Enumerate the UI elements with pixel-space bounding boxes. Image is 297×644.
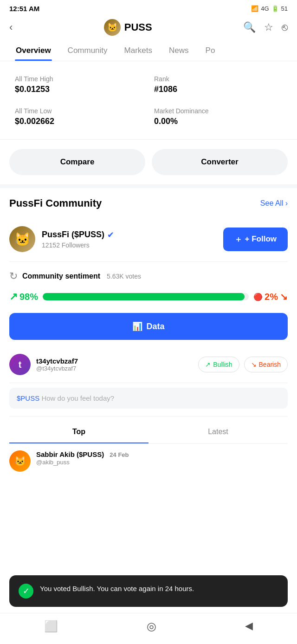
sentiment-votes: 5.63K votes [107, 273, 141, 280]
coin-icon: 🐱 [104, 19, 121, 36]
community-section: PussFi Community See All › 🐱 PussFi ($PU… [0, 188, 297, 481]
post-user-info: Sabbir Akib ($PUSS) 24 Feb @akib_puss [36, 450, 288, 466]
rank-value: #1086 [154, 85, 282, 94]
battery-level: 51 [281, 5, 288, 12]
atl-label: All Time Low [15, 107, 143, 115]
post-user-name: Sabbir Akib ($PUSS) 24 Feb [36, 450, 129, 458]
md-value: 0.00% [154, 117, 282, 126]
nav-square-button[interactable]: ⬜ [44, 620, 58, 633]
sentiment-bar-fill [43, 293, 245, 300]
star-icon[interactable]: ☆ [264, 21, 273, 33]
status-time: 12:51 AM [9, 5, 39, 13]
username: t34ytcvbzaf7 [36, 357, 193, 365]
toast-notification: ✓ You voted Bullish. You can vote again … [9, 575, 288, 607]
ath-value: $0.01253 [15, 85, 143, 94]
post-placeholder: How do you feel today? [41, 394, 114, 402]
user-post-row: t t34ytcvbzaf7 @t34ytcvbzaf7 ↗ Bullish ↘… [9, 349, 288, 383]
plus-icon: ＋ [234, 234, 242, 245]
community-name: PussFi ($PUSS) [42, 230, 104, 240]
community-name-row: PussFi ($PUSS) ✔ [42, 230, 114, 240]
tab-overview[interactable]: Overview [7, 40, 59, 61]
stat-rank: Rank #1086 [148, 71, 288, 103]
app-header: ‹ 🐱 PUSS 🔍 ☆ ⎋ [0, 15, 297, 40]
converter-button[interactable]: Converter [152, 149, 288, 175]
battery-icon: 🔋 [271, 5, 279, 12]
sentiment-bar-row: ↗ 98% 🔴 2% ↘ [9, 288, 288, 309]
post-input-field[interactable]: $PUSS How do you feel today? [9, 388, 288, 409]
tab-latest[interactable]: Latest [148, 421, 288, 443]
sentiment-icon: ↻ [9, 270, 18, 282]
post-user-handle: @akib_puss [36, 459, 288, 466]
user-handle: @t34ytcvbzaf7 [36, 365, 193, 372]
vote-buttons: ↗ Bullish ↘ Bearish [198, 357, 288, 372]
user-avatar: t [9, 354, 31, 375]
tab-portfolio[interactable]: Po [197, 40, 224, 61]
bull-vote-icon: ↗ [205, 361, 211, 368]
post-user-avatar: 🐱 [9, 450, 31, 472]
verified-badge-icon: ✔ [107, 230, 114, 240]
header-center: 🐱 PUSS [104, 19, 152, 36]
section-title: PussFi Community [9, 197, 102, 209]
post-tabs: Top Latest [9, 421, 288, 444]
tab-community[interactable]: Community [59, 40, 116, 61]
see-all-button[interactable]: See All › [260, 199, 288, 208]
nav-back-button[interactable]: ◀ [245, 620, 253, 633]
bear-percent: 🔴 2% ↘ [253, 291, 288, 302]
bull-arrow-icon: ↗ [9, 291, 18, 303]
atl-value: $0.002662 [15, 117, 143, 126]
follow-button[interactable]: ＋ + Follow [223, 228, 288, 251]
stat-all-time-high: All Time High $0.01253 [9, 71, 148, 103]
back-arrow-icon[interactable]: ‹ [9, 21, 13, 33]
user-info: t34ytcvbzaf7 @t34ytcvbzaf7 [36, 357, 193, 372]
post-preview: 🐱 Sabbir Akib ($PUSS) 24 Feb @akib_puss [9, 444, 288, 476]
search-icon[interactable]: 🔍 [243, 21, 256, 33]
coin-name: PUSS [124, 21, 152, 33]
header-right: 🔍 ☆ ⎋ [243, 21, 288, 33]
stats-grid: All Time High $0.01253 Rank #1086 All Ti… [0, 61, 297, 140]
bottom-nav: ⬜ ◎ ◀ [0, 613, 297, 644]
chevron-right-icon: › [285, 199, 288, 208]
data-button[interactable]: 📊 Data [9, 313, 288, 340]
signal-icon: 📶 [251, 5, 258, 12]
community-avatar: 🐱 [9, 226, 35, 252]
status-icons: 📶 4G 🔋 51 [251, 5, 288, 12]
back-button-container[interactable]: ‹ [9, 21, 13, 33]
bear-arrow-icon: ↘ [280, 291, 288, 302]
sentiment-bar [43, 293, 249, 300]
community-info: PussFi ($PUSS) ✔ 12152 Followers [42, 230, 114, 249]
compare-button[interactable]: Compare [9, 149, 145, 175]
tab-news[interactable]: News [161, 40, 197, 61]
chart-icon: 📊 [132, 321, 142, 332]
network-label: 4G [261, 5, 269, 12]
toast-check-icon: ✓ [19, 584, 33, 598]
sentiment-row: ↻ Community sentiment 5.63K votes [9, 262, 288, 288]
bullish-button[interactable]: ↗ Bullish [198, 357, 239, 372]
nav-circle-button[interactable]: ◎ [147, 620, 156, 633]
bear-vote-icon: ↘ [251, 361, 257, 368]
post-input-row: $PUSS How do you feel today? [9, 383, 288, 416]
sentiment-label: Community sentiment [22, 272, 100, 280]
bull-percent: ↗ 98% [9, 291, 38, 303]
toast-message: You voted Bullish. You can vote again in… [40, 584, 194, 593]
stat-market-dominance: Market Dominance 0.00% [148, 103, 288, 135]
tabs-container: Overview Community Markets News Po [0, 40, 297, 61]
action-buttons: Compare Converter [0, 140, 297, 184]
bearish-button[interactable]: ↘ Bearish [244, 357, 288, 372]
ath-label: All Time High [15, 75, 143, 83]
rank-label: Rank [154, 75, 282, 83]
status-bar: 12:51 AM 📶 4G 🔋 51 [0, 0, 297, 15]
followers-count: 12152 Followers [42, 241, 114, 249]
section-divider [0, 184, 297, 188]
post-date: 24 Feb [110, 451, 129, 458]
tab-markets[interactable]: Markets [116, 40, 161, 61]
community-card: 🐱 PussFi ($PUSS) ✔ 12152 Followers ＋ + F… [9, 219, 288, 262]
md-label: Market Dominance [154, 107, 282, 115]
tab-top[interactable]: Top [9, 421, 148, 443]
share-icon[interactable]: ⎋ [282, 21, 288, 33]
section-header: PussFi Community See All › [9, 197, 288, 209]
stat-all-time-low: All Time Low $0.002662 [9, 103, 148, 135]
community-left: 🐱 PussFi ($PUSS) ✔ 12152 Followers [9, 226, 114, 252]
